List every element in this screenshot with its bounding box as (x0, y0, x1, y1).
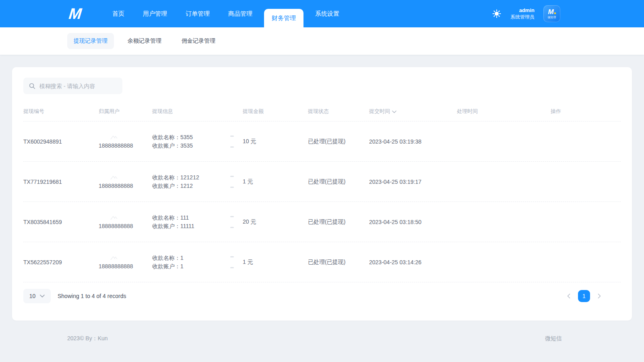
payee-account: 收款账户：1212 (152, 182, 243, 190)
broken-image-dash (230, 136, 234, 137)
nav-item-products[interactable]: 商品管理 (221, 0, 259, 27)
tab-balance-records[interactable]: 余额记录管理 (121, 33, 168, 49)
cell-submitted-time: 2023-04-25 03:14:26 (369, 259, 457, 265)
cell-user-phone: 18888888888 (99, 142, 133, 149)
cell-status: 已处理(已提现) (308, 218, 369, 226)
broken-avatar-icon (110, 175, 118, 181)
payee-account: 收款账户：11111 (152, 222, 243, 230)
cell-status: 已处理(已提现) (308, 138, 369, 145)
page-size-value: 10 (29, 293, 36, 299)
payee-name: 收款名称：5355 (152, 133, 243, 142)
cell-user-phone: 18888888888 (99, 223, 133, 229)
table-row: TX8035841659 18888888888 收款名称：111 收款账户：1… (23, 202, 621, 242)
main-menu: 首页 用户管理 订单管理 商品管理 财务管理 系统设置 (103, 0, 349, 27)
broken-image-dash (230, 216, 234, 217)
cell-user-phone: 18888888888 (99, 263, 133, 269)
broken-image-dash (230, 227, 234, 228)
tab-withdraw-records[interactable]: 提现记录管理 (67, 33, 114, 49)
cell-amount: 20 元 (243, 218, 308, 226)
page-size-select[interactable]: 10 (23, 289, 51, 303)
table-header: 提现编号 归属用户 提现信息 提现金额 提现状态 提交时间 处理时间 操作 (23, 108, 621, 121)
chevron-down-icon (40, 294, 45, 298)
footer-brand: 微短信 (545, 335, 562, 342)
secondary-tabbar: 提现记录管理 余额记录管理 佣金记录管理 (0, 27, 644, 55)
nav-item-settings[interactable]: 系统设置 (308, 0, 346, 27)
table-row: TX6002948891 18888888888 收款名称：5355 收款账户：… (23, 121, 621, 162)
cell-withdraw-id: TX7719219681 (23, 179, 99, 185)
table-row: TX7719219681 18888888888 收款名称：121212 收款账… (23, 162, 621, 202)
user-role: 系统管理员 (510, 14, 535, 20)
payee-name: 收款名称：1 (152, 254, 243, 262)
nav-item-finance[interactable]: 财务管理 (264, 9, 303, 27)
cell-user: 18888888888 (99, 175, 152, 189)
search-input[interactable] (39, 83, 117, 89)
footer-copyright: 2023© By：Kun (67, 335, 108, 342)
cell-amount: 1 元 (243, 178, 308, 185)
cell-status: 已处理(已提现) (308, 259, 369, 266)
column-header-submitted-label: 提交时间 (369, 108, 390, 115)
records-summary: Showing 1 to 4 of 4 records (58, 293, 126, 299)
cell-withdraw-info: 收款名称：111 收款账户：11111 (152, 214, 243, 230)
cell-user-phone: 18888888888 (99, 183, 133, 189)
next-page-chevron-icon[interactable] (595, 292, 604, 300)
nav-item-users[interactable]: 用户管理 (136, 0, 174, 27)
brand-logo-glyph: M (68, 5, 82, 23)
pager: 1 (564, 290, 604, 302)
column-header-id: 提现编号 (23, 108, 99, 115)
user-info: admin 系统管理员 (510, 7, 535, 20)
broken-image-dash (230, 187, 234, 188)
user-avatar[interactable]: M 微短信 (543, 5, 560, 22)
cell-withdraw-info: 收款名称：1 收款账户：1 (152, 254, 243, 271)
navbar-right: admin 系统管理员 M 微短信 (492, 5, 560, 22)
cell-withdraw-id: TX5622557209 (23, 259, 99, 265)
cell-amount: 10 元 (243, 138, 308, 145)
payee-name: 收款名称：111 (152, 214, 243, 222)
column-header-status: 提现状态 (308, 108, 369, 115)
cell-amount: 1 元 (243, 259, 308, 266)
cell-user: 18888888888 (99, 134, 152, 149)
column-header-actions: 操作 (551, 108, 621, 115)
tab-commission-records[interactable]: 佣金记录管理 (175, 33, 222, 49)
cell-withdraw-info: 收款名称：5355 收款账户：3535 (152, 133, 243, 150)
brand-logo[interactable]: M (64, 5, 87, 23)
cell-user: 18888888888 (99, 255, 152, 269)
page-footer: 2023© By：Kun 微短信 (0, 335, 644, 342)
search-row (23, 67, 621, 94)
payee-account: 收款账户：3535 (152, 142, 243, 150)
avatar-caption: 微短信 (548, 15, 556, 19)
page-button-current[interactable]: 1 (578, 290, 590, 302)
cell-user: 18888888888 (99, 215, 152, 229)
sort-chevron-down-icon[interactable] (392, 110, 396, 113)
payee-account: 收款账户：1 (152, 262, 243, 271)
cell-withdraw-id: TX6002948891 (23, 138, 99, 145)
cell-submitted-time: 2023-04-25 03:19:38 (369, 138, 457, 145)
user-name: admin (510, 7, 535, 14)
cell-submitted-time: 2023-04-25 03:19:17 (369, 179, 457, 185)
table-row: TX5622557209 18888888888 收款名称：1 收款账户：1 1… (23, 242, 621, 282)
cell-withdraw-id: TX8035841659 (23, 219, 99, 225)
column-header-user: 归属用户 (99, 108, 152, 115)
avatar-logo-glyph: M (548, 8, 555, 15)
column-header-submitted[interactable]: 提交时间 (369, 108, 457, 115)
cell-withdraw-info: 收款名称：121212 收款账户：1212 (152, 173, 243, 190)
column-header-amount: 提现金额 (243, 108, 308, 115)
cell-submitted-time: 2023-04-25 03:18:50 (369, 219, 457, 225)
search-icon (29, 82, 36, 90)
broken-image-dash (230, 146, 234, 148)
search-box[interactable] (23, 78, 122, 94)
payee-name: 收款名称：121212 (152, 173, 243, 182)
content-card: 提现编号 归属用户 提现信息 提现金额 提现状态 提交时间 处理时间 操作 TX… (12, 67, 632, 321)
column-header-processed: 处理时间 (457, 108, 551, 115)
theme-toggle-sun-icon[interactable] (492, 9, 502, 19)
broken-avatar-icon (110, 255, 118, 262)
nav-item-home[interactable]: 首页 (105, 0, 131, 27)
broken-avatar-icon (110, 134, 118, 141)
prev-page-chevron-icon[interactable] (564, 292, 573, 300)
pagination-bar: 10 Showing 1 to 4 of 4 records 1 (23, 288, 621, 304)
broken-image-dash (230, 256, 234, 257)
broken-image-dash (230, 267, 234, 268)
top-navbar: M 首页 用户管理 订单管理 商品管理 财务管理 系统设置 admin 系统管理… (0, 0, 644, 27)
nav-item-orders[interactable]: 订单管理 (179, 0, 217, 27)
column-header-info: 提现信息 (152, 108, 243, 115)
broken-avatar-icon (110, 215, 118, 222)
